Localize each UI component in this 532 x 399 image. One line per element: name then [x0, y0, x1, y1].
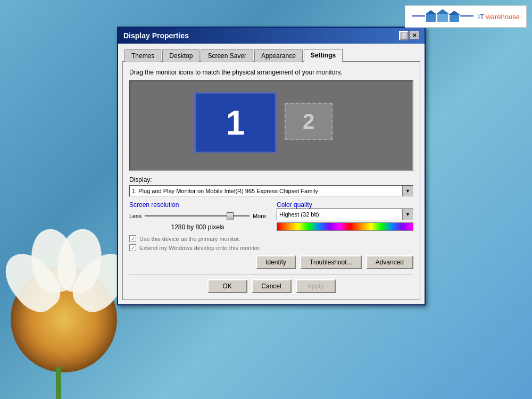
- color-value: Highest (32 bit): [279, 211, 319, 218]
- tab-appearance[interactable]: Appearance: [254, 49, 303, 62]
- extend-desktop-label: Extend my Windows desktop onto this moni…: [139, 245, 261, 251]
- resolution-slider[interactable]: [145, 211, 250, 221]
- color-dropdown-arrow[interactable]: ▼: [402, 209, 413, 220]
- bottom-buttons: OK Cancel Apply: [129, 275, 413, 293]
- display-value: 1. Plug and Play Monitor on Mobile Intel…: [132, 188, 318, 194]
- dialog-titlebar: Display Properties ? ✕: [118, 28, 425, 44]
- more-label: More: [253, 213, 266, 219]
- display-dropdown[interactable]: 1. Plug and Play Monitor on Mobile Intel…: [129, 185, 413, 197]
- display-dropdown-arrow[interactable]: ▼: [402, 186, 413, 196]
- logo-warehouse-text: warehouse: [486, 13, 520, 21]
- identify-button[interactable]: Identify: [256, 255, 296, 269]
- titlebar-buttons: ? ✕: [399, 31, 419, 40]
- monitor-1-icon[interactable]: 1: [194, 92, 277, 153]
- tab-screensaver[interactable]: Screen Saver: [201, 49, 253, 62]
- resolution-section: Screen resolution Less More 1280 by 800 …: [129, 201, 266, 231]
- instruction-text: Drag the monitor icons to match the phys…: [129, 69, 413, 76]
- logo-decoration: [412, 10, 473, 23]
- color-dropdown[interactable]: Highest (32 bit) ▼: [277, 209, 413, 220]
- primary-monitor-label: Use this device as the primary monitor.: [139, 236, 240, 242]
- tab-bar: Themes Desktop Screen Saver Appearance S…: [122, 48, 420, 62]
- monitor-2-icon[interactable]: 2: [285, 103, 332, 140]
- flower-decoration: [0, 186, 133, 399]
- settings-panel: Drag the monitor icons to match the phys…: [122, 62, 420, 300]
- tab-settings[interactable]: Settings: [304, 49, 343, 62]
- action-buttons: Identify Troubleshoot... Advanced: [129, 255, 413, 269]
- settings-row: Screen resolution Less More 1280 by 800 …: [129, 201, 413, 231]
- extend-desktop-checkbox-row: ✓ Extend my Windows desktop onto this mo…: [129, 244, 413, 251]
- cancel-button[interactable]: Cancel: [252, 279, 292, 293]
- display-field-label: Display:: [129, 176, 413, 184]
- resolution-value: 1280 by 800 pixels: [129, 223, 266, 231]
- less-label: Less: [129, 213, 142, 219]
- dialog-content: Themes Desktop Screen Saver Appearance S…: [118, 44, 425, 304]
- apply-button[interactable]: Apply: [296, 279, 336, 293]
- color-section: Color quality Highest (32 bit) ▼: [277, 201, 413, 231]
- slider-thumb[interactable]: [227, 212, 234, 220]
- logo-it-text: IT: [478, 13, 484, 21]
- close-button[interactable]: ✕: [410, 31, 419, 39]
- ok-button[interactable]: OK: [207, 279, 247, 293]
- display-properties-dialog: Display Properties ? ✕ Themes Desktop Sc…: [117, 27, 426, 305]
- color-label: Color quality: [277, 201, 413, 209]
- primary-monitor-checkbox[interactable]: ✓: [129, 235, 136, 242]
- resolution-label: Screen resolution: [129, 201, 266, 209]
- monitor-1-screen: 1: [194, 92, 277, 153]
- color-bar: [277, 222, 413, 231]
- troubleshoot-button[interactable]: Troubleshoot...: [300, 255, 362, 269]
- monitor-preview-area: 1 2: [129, 80, 413, 171]
- advanced-button[interactable]: Advanced: [366, 255, 413, 269]
- primary-monitor-checkbox-row: ✓ Use this device as the primary monitor…: [129, 235, 413, 242]
- help-button[interactable]: ?: [399, 31, 409, 40]
- slider-container: Less More: [129, 211, 266, 221]
- logo-text: IT warehouse: [478, 13, 520, 21]
- monitor-2-screen: 2: [285, 103, 332, 140]
- dialog-title: Display Properties: [123, 31, 189, 40]
- extend-desktop-checkbox[interactable]: ✓: [129, 244, 136, 251]
- tab-themes[interactable]: Themes: [124, 49, 161, 62]
- tab-desktop[interactable]: Desktop: [162, 49, 200, 62]
- logo-container: IT warehouse: [405, 5, 527, 28]
